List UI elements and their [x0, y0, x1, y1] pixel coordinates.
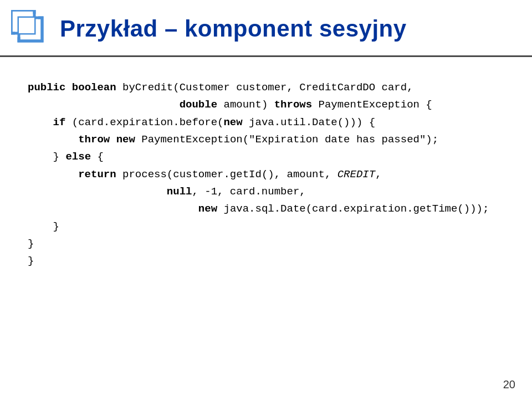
keyword-new3: new — [198, 203, 217, 215]
code-line-8: new java.sql.Date(card.expiration.getTim… — [28, 200, 504, 218]
keyword-throws: throws — [274, 99, 312, 111]
keyword-throw: throw — [78, 133, 110, 146]
italic-credit: CREDIT — [337, 168, 375, 181]
code-line-7: null, -1, card.number, — [28, 183, 504, 200]
keyword-boolean: boolean — [72, 81, 116, 94]
code-line-6: return process(customer.getId(), amount,… — [28, 166, 504, 183]
code-line-3: if (card.expiration.before(new java.util… — [28, 114, 504, 131]
slide-title: Przykład – komponent sesyjny — [60, 16, 407, 42]
code-block: public boolean byCredit(Customer custome… — [28, 79, 504, 270]
code-line-10: } — [28, 235, 504, 253]
code-line-11: } — [28, 253, 504, 270]
slide-header: Przykład – komponent sesyjny — [0, 0, 532, 57]
logo-icon — [11, 10, 49, 48]
code-line-4: throw new PaymentException("Expiration d… — [28, 131, 504, 148]
keyword-new2: new — [116, 133, 135, 146]
code-content: public boolean byCredit(Customer custome… — [0, 57, 532, 281]
code-line-1: public boolean byCredit(Customer custome… — [28, 79, 504, 96]
code-line-5: } else { — [28, 148, 504, 166]
keyword-new: new — [223, 116, 242, 128]
keyword-public: public — [28, 81, 65, 94]
page-number: 20 — [503, 378, 515, 391]
keyword-null: null — [167, 186, 192, 198]
keyword-if: if — [53, 116, 66, 128]
code-line-9: } — [28, 218, 504, 235]
code-line-2: double amount) throws PaymentException { — [28, 96, 504, 114]
keyword-else: else — [65, 151, 91, 163]
keyword-double: double — [180, 99, 217, 111]
keyword-return: return — [78, 168, 116, 181]
svg-rect-5 — [19, 18, 34, 33]
